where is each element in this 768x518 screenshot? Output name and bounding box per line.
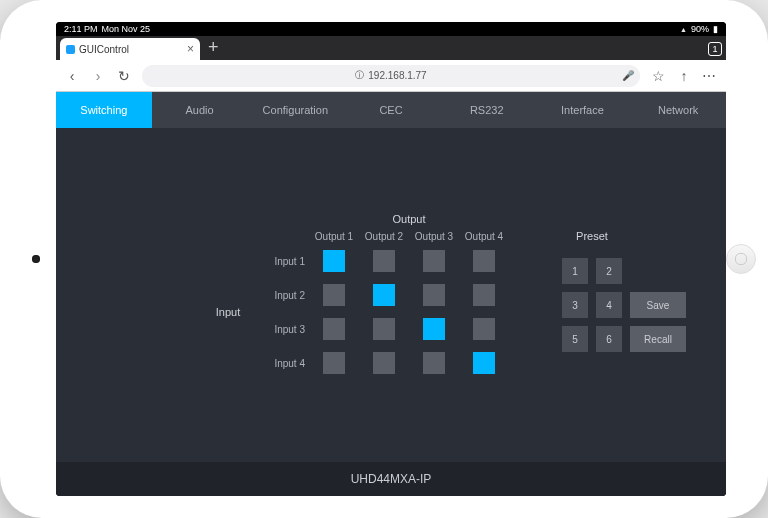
wifi-icon xyxy=(680,24,687,34)
output-header: Output 4 xyxy=(465,231,503,242)
battery-icon: ▮ xyxy=(713,24,718,34)
output-header: Output 2 xyxy=(365,231,403,242)
main-panel: Output Input Output 1Output 2Output 3Out… xyxy=(56,128,726,462)
matrix-cell[interactable] xyxy=(473,352,495,374)
input-header: Input 1 xyxy=(274,256,309,267)
nav-tab-interface[interactable]: Interface xyxy=(535,92,631,128)
output-title: Output xyxy=(392,213,425,225)
preset-recall-button[interactable]: Recall xyxy=(630,326,686,352)
new-tab-button[interactable]: + xyxy=(208,37,219,58)
device-camera xyxy=(32,255,40,263)
matrix-cell[interactable] xyxy=(473,250,495,272)
close-icon[interactable]: × xyxy=(187,42,194,56)
matrix-cell[interactable] xyxy=(373,250,395,272)
status-battery: 90% xyxy=(691,24,709,34)
nav-tab-cec[interactable]: CEC xyxy=(343,92,439,128)
nav-tab-audio[interactable]: Audio xyxy=(152,92,248,128)
tab-title: GUIControl xyxy=(79,44,129,55)
matrix-cell[interactable] xyxy=(323,284,345,306)
nav-tab-rs232[interactable]: RS232 xyxy=(439,92,535,128)
top-nav: SwitchingAudioConfigurationCECRS232Inter… xyxy=(56,92,726,128)
footer: UHD44MXA-IP xyxy=(56,462,726,496)
matrix-cell[interactable] xyxy=(323,318,345,340)
preset-button[interactable]: 5 xyxy=(562,326,588,352)
forward-icon: › xyxy=(90,68,106,84)
info-icon: ⓘ xyxy=(355,69,364,82)
tablet-frame: 2:11 PM Mon Nov 25 90% ▮ GUIControl × + … xyxy=(0,0,768,518)
preset-button[interactable]: 1 xyxy=(562,258,588,284)
more-icon[interactable]: ⋯ xyxy=(702,68,718,84)
input-header: Input 2 xyxy=(274,290,309,301)
share-icon[interactable]: ↑ xyxy=(676,68,692,84)
browser-toolbar: ‹ › ↻ ⓘ 192.168.1.77 🎤 ☆ ↑ ⋯ xyxy=(56,60,726,92)
back-icon[interactable]: ‹ xyxy=(64,68,80,84)
tab-count[interactable]: 1 xyxy=(708,42,722,56)
preset-save-button[interactable]: Save xyxy=(630,292,686,318)
nav-tab-switching[interactable]: Switching xyxy=(56,92,152,128)
matrix-cell[interactable] xyxy=(473,318,495,340)
preset-button[interactable]: 4 xyxy=(596,292,622,318)
app-body: SwitchingAudioConfigurationCECRS232Inter… xyxy=(56,92,726,496)
nav-tab-configuration[interactable]: Configuration xyxy=(247,92,343,128)
star-icon[interactable]: ☆ xyxy=(650,68,666,84)
matrix-cell[interactable] xyxy=(423,318,445,340)
preset-button[interactable]: 3 xyxy=(562,292,588,318)
preset-panel: Preset 1234Save56Recall xyxy=(562,224,686,352)
reload-icon[interactable]: ↻ xyxy=(116,68,132,84)
input-title: Input xyxy=(216,306,240,318)
browser-tab-strip: GUIControl × + 1 xyxy=(56,36,726,60)
status-bar: 2:11 PM Mon Nov 25 90% ▮ xyxy=(56,22,726,36)
preset-button[interactable]: 6 xyxy=(596,326,622,352)
nav-tab-network[interactable]: Network xyxy=(630,92,726,128)
matrix-cell[interactable] xyxy=(423,352,445,374)
matrix-cell[interactable] xyxy=(473,284,495,306)
tab-favicon xyxy=(66,45,75,54)
status-date: Mon Nov 25 xyxy=(102,24,151,34)
browser-tab[interactable]: GUIControl × xyxy=(60,38,200,60)
input-header: Input 4 xyxy=(274,358,309,369)
mic-icon[interactable]: 🎤 xyxy=(622,70,634,81)
matrix-cell[interactable] xyxy=(373,352,395,374)
output-header: Output 3 xyxy=(415,231,453,242)
preset-title: Preset xyxy=(562,230,622,242)
screen: 2:11 PM Mon Nov 25 90% ▮ GUIControl × + … xyxy=(56,22,726,496)
input-header: Input 3 xyxy=(274,324,309,335)
matrix-cell[interactable] xyxy=(323,352,345,374)
matrix-cell[interactable] xyxy=(423,250,445,272)
device-home-button[interactable] xyxy=(726,244,756,274)
url-box[interactable]: ⓘ 192.168.1.77 🎤 xyxy=(142,65,640,87)
url-text: 192.168.1.77 xyxy=(368,70,426,81)
matrix-cell[interactable] xyxy=(423,284,445,306)
matrix-cell[interactable] xyxy=(373,284,395,306)
output-header: Output 1 xyxy=(315,231,353,242)
matrix-cell[interactable] xyxy=(373,318,395,340)
model-label: UHD44MXA-IP xyxy=(351,472,432,486)
status-time: 2:11 PM xyxy=(64,24,98,34)
preset-button[interactable]: 2 xyxy=(596,258,622,284)
switching-matrix: Output Input Output 1Output 2Output 3Out… xyxy=(203,210,509,380)
matrix-cell[interactable] xyxy=(323,250,345,272)
